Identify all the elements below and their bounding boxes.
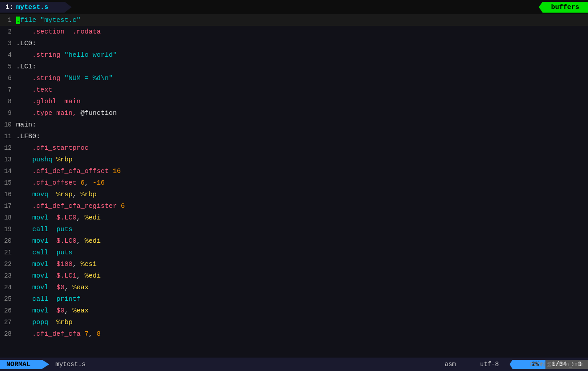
line-number: 8 [0, 96, 16, 107]
code-line: 14 .cfi_def_cfa_offset 16 [0, 165, 588, 177]
line-number: 23 [0, 270, 16, 282]
tab-mytest[interactable]: 1: mytest.s [0, 2, 72, 13]
code-line: 24 movl $0, %eax [0, 282, 588, 293]
code-line: 27 popq %rbp [0, 316, 588, 328]
line-number: 11 [0, 131, 16, 142]
status-bar: NORMAL mytest.s asm utf-8 2% 1/34 : 3 [0, 358, 588, 371]
code-line: 25 call printf [0, 293, 588, 305]
line-number: 15 [0, 177, 16, 189]
line-number: 13 [0, 154, 16, 165]
code-line: 5.LC1: [0, 61, 588, 72]
code-line: 7 .text [0, 84, 588, 96]
line-number: 28 [0, 328, 16, 340]
line-content: .cfi_offset 6, -16 [16, 177, 105, 189]
line-content: movl $.LC0, %edi [16, 236, 101, 247]
line-content: .type main, @function [16, 108, 117, 119]
line-number: 20 [0, 235, 16, 247]
line-number: 22 [0, 258, 16, 270]
code-line: 18 movl $.LC0, %edi [0, 212, 588, 223]
line-number: 14 [0, 165, 16, 177]
status-encoding: utf-8 [469, 361, 510, 368]
line-number: 24 [0, 282, 16, 293]
line-number: 2 [0, 26, 16, 38]
line-number: 10 [0, 119, 16, 131]
status-filename: mytest.s [55, 361, 85, 368]
line-content: call puts [16, 247, 72, 259]
code-line: 13 pushq %rbp [0, 154, 588, 165]
line-content: .file "mytest.c" [16, 15, 81, 26]
code-line: 20 movl $.LC0, %edi [0, 235, 588, 247]
line-number: 3 [0, 38, 16, 49]
code-line: 9 .type main, @function [0, 107, 588, 119]
status-filetype: asm [431, 361, 469, 368]
line-number: 16 [0, 189, 16, 200]
line-content: main: [16, 119, 36, 131]
line-content: call puts [16, 224, 72, 236]
line-number: 9 [0, 107, 16, 119]
code-line: 2 .section .rodata [0, 26, 588, 38]
line-content: movq %rsp, %rbp [16, 189, 97, 201]
line-number: 19 [0, 223, 16, 235]
line-number: 17 [0, 200, 16, 212]
line-number: 26 [0, 305, 16, 316]
code-area: 1.file "mytest.c"2 .section .rodata3.LC0… [0, 14, 588, 358]
line-content: movl $0, %eax [16, 305, 89, 317]
code-line: 12 .cfi_startproc [0, 142, 588, 154]
line-number: 21 [0, 247, 16, 258]
tab-number: 1: [5, 4, 13, 11]
line-content: .cfi_startproc [16, 143, 89, 154]
code-line: 15 .cfi_offset 6, -16 [0, 177, 588, 189]
line-content: .cfi_def_cfa_offset 16 [16, 166, 121, 177]
line-number: 6 [0, 72, 16, 84]
line-content: .LC1: [16, 61, 36, 73]
line-content: .cfi_def_cfa 7, 8 [16, 329, 101, 340]
code-line: 3.LC0: [0, 38, 588, 49]
code-line: 23 movl $.LC1, %edi [0, 270, 588, 282]
code-line: 16 movq %rsp, %rbp [0, 189, 588, 200]
code-line: 28 .cfi_def_cfa 7, 8 [0, 328, 588, 340]
line-content: .string "hello world" [16, 50, 117, 61]
line-content: popq %rbp [16, 317, 72, 329]
code-line: 21 call puts [0, 247, 588, 258]
line-content: movl $100, %esi [16, 259, 97, 270]
line-content: .string "NUM = %d\n" [16, 73, 113, 84]
code-line: 1.file "mytest.c" [0, 14, 588, 26]
line-number: 1 [0, 14, 16, 26]
line-number: 18 [0, 212, 16, 223]
watermark: CSDN @Protein_zmm [530, 361, 584, 367]
line-number: 4 [0, 49, 16, 61]
code-line: 17 .cfi_def_cfa_register 6 [0, 200, 588, 212]
code-line: 26 movl $0, %eax [0, 305, 588, 316]
line-content: movl $.LC1, %edi [16, 270, 101, 282]
line-content: pushq %rbp [16, 154, 72, 166]
line-number: 7 [0, 84, 16, 96]
code-line: 22 movl $100, %esi [0, 258, 588, 270]
line-content: movl $.LC0, %edi [16, 212, 101, 224]
mode-badge: NORMAL [0, 360, 49, 369]
line-content: .LFB0: [16, 131, 40, 143]
line-content: .globl main [16, 96, 81, 108]
code-line: 4 .string "hello world" [0, 49, 588, 61]
code-line: 19 call puts [0, 223, 588, 235]
line-content: .LC0: [16, 38, 36, 50]
code-line: 11.LFB0: [0, 131, 588, 142]
tab-filename: mytest.s [16, 4, 48, 11]
line-number: 27 [0, 316, 16, 328]
line-content: .cfi_def_cfa_register 6 [16, 201, 125, 212]
title-bar: 1: mytest.s buffers [0, 0, 588, 14]
line-number: 12 [0, 142, 16, 154]
line-content: movl $0, %eax [16, 282, 89, 294]
code-line: 8 .globl main [0, 96, 588, 107]
line-content: .section .rodata [16, 26, 101, 38]
line-number: 25 [0, 293, 16, 305]
line-number: 5 [0, 61, 16, 72]
line-content: .text [16, 84, 52, 96]
buffers-button[interactable]: buffers [539, 2, 588, 13]
line-content: call printf [16, 294, 81, 305]
code-line: 6 .string "NUM = %d\n" [0, 72, 588, 84]
code-line: 10main: [0, 119, 588, 131]
